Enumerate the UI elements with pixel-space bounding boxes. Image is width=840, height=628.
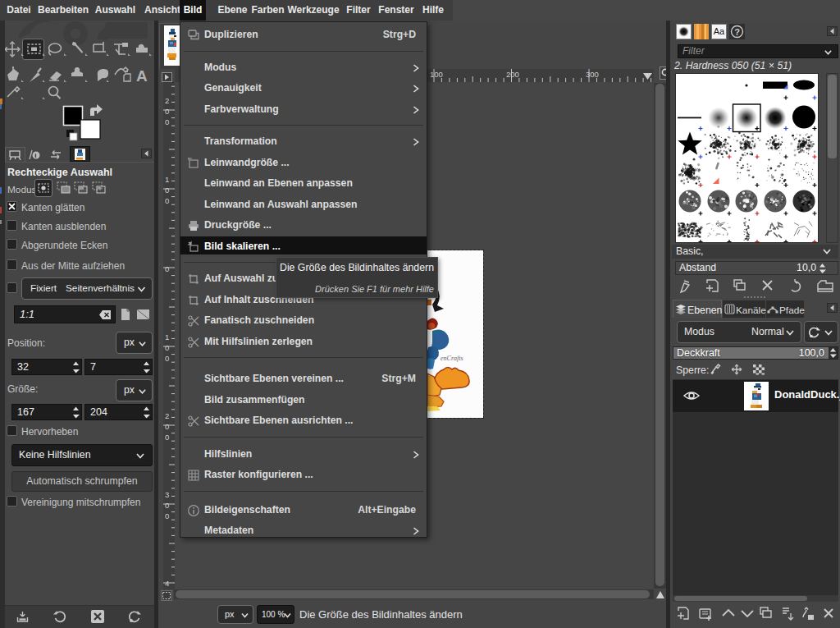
svg-text:0: 0 [165,117,169,126]
svg-text:0: 0 [165,107,169,116]
svg-text:?: ? [734,27,740,37]
svg-text:2: 2 [165,411,169,420]
svg-text:0: 0 [165,501,169,510]
svg-text:3: 3 [165,490,169,499]
svg-text:0: 0 [165,422,169,431]
svg-text:enCrafts: enCrafts [441,355,463,362]
svg-text:i: i [34,152,36,159]
svg-text:1: 1 [165,332,169,342]
svg-text:1: 1 [165,175,169,184]
svg-text:100: 100 [430,70,443,79]
svg-text:200: 200 [506,70,519,79]
svg-text:0: 0 [165,343,169,352]
svg-text:300: 300 [586,70,599,79]
svg-text:A: A [136,67,148,85]
svg-text:0: 0 [165,264,169,273]
svg-text:4: 4 [165,579,169,588]
svg-text:0: 0 [165,196,169,205]
svg-text:0: 0 [165,433,169,442]
svg-text:0: 0 [165,511,169,520]
svg-text:0: 0 [165,354,169,363]
svg-text:0: 0 [165,186,169,195]
svg-text:2: 2 [165,96,169,105]
